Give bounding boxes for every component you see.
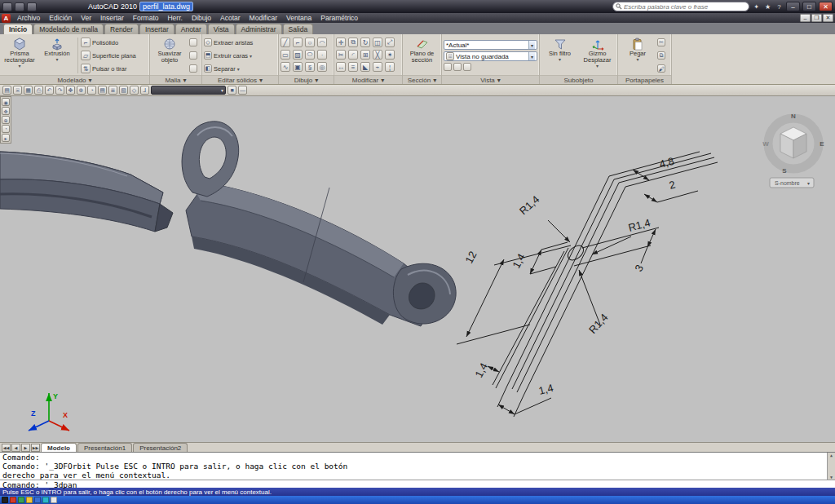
redo-icon[interactable]: ↷	[55, 86, 64, 95]
copy-icon[interactable]: ⧉	[348, 38, 358, 47]
mirror-icon[interactable]: ◫	[373, 38, 382, 47]
linetype-icon[interactable]: ―	[238, 86, 247, 95]
tab-presentacion2[interactable]: Presentación2	[133, 443, 188, 452]
superficie-plana-button[interactable]: ▱ Superficie plana	[81, 51, 136, 60]
osnap-icon[interactable]: ◇	[130, 86, 139, 95]
mesh-crease-icon[interactable]	[189, 51, 197, 60]
autocad-logo-icon[interactable]: A	[2, 14, 11, 23]
doc-restore-button[interactable]: ❐	[811, 14, 822, 22]
tab-modelo[interactable]: Modelo	[41, 443, 77, 452]
tab-salida[interactable]: Salida	[283, 24, 314, 34]
taskbar-app-icon[interactable]	[34, 497, 41, 503]
view-back-icon[interactable]	[463, 63, 471, 71]
rectangle-icon[interactable]: ▭	[281, 50, 290, 60]
tab-render[interactable]: Render	[104, 24, 139, 34]
hatch-icon[interactable]: ▨	[293, 50, 303, 60]
region-icon[interactable]: ▣	[293, 62, 303, 72]
panel-label-seccion[interactable]: Sección ▾	[403, 75, 441, 84]
command-scrollbar[interactable]: ▲▼	[827, 453, 835, 480]
line-icon[interactable]: ╱	[281, 38, 290, 47]
zoom-tool-icon[interactable]: ⊕	[2, 116, 10, 124]
tab-presentacion1[interactable]: Presentación1	[77, 443, 132, 452]
next-tab-icon[interactable]: ▶	[21, 444, 30, 452]
extraer-aristas-button[interactable]: ◇ Extraer aristas	[204, 38, 253, 46]
polisolido-button[interactable]: ⌐ Polisólido	[81, 38, 136, 47]
polyline-icon[interactable]: ⌐	[293, 38, 303, 47]
fillet-icon[interactable]: ◜	[348, 50, 358, 60]
extruir-caras-button[interactable]: ⬒ Extruir caras ▾	[204, 51, 252, 60]
favorites-star-icon[interactable]: ★	[763, 2, 772, 11]
menu-ver[interactable]: Ver	[77, 14, 95, 22]
join-icon[interactable]: ⌁	[373, 62, 382, 72]
open-file-icon[interactable]	[15, 2, 24, 11]
properties-icon[interactable]: ▤	[98, 86, 107, 95]
offset-icon[interactable]: ≡	[348, 62, 358, 72]
pan-tool-icon[interactable]: ✥	[2, 107, 10, 115]
new-view-icon[interactable]	[453, 63, 462, 71]
last-tab-icon[interactable]: ▶▶	[31, 444, 40, 452]
donut-icon[interactable]: ◎	[317, 62, 327, 72]
menu-edicion[interactable]: Edición	[45, 14, 76, 22]
layers-icon[interactable]: ≣	[108, 86, 117, 95]
sin-filtro-button[interactable]: Sin filtro ▾	[542, 36, 578, 75]
view-manager-icon[interactable]	[444, 63, 452, 71]
steeringwheel-icon[interactable]: ◉	[2, 98, 10, 106]
menu-modificar[interactable]: Modificar	[245, 14, 281, 22]
command-window[interactable]: Comando: Comando: '_3DFOrbit Pulse ESC o…	[0, 452, 835, 488]
panel-label-modelado[interactable]: Modelado ▾	[0, 75, 149, 84]
qnew-icon[interactable]: ▤	[2, 86, 11, 95]
menu-acotar[interactable]: Acotar	[216, 14, 245, 22]
pegar-button[interactable]: Pegar ▾	[620, 36, 656, 75]
save-file-icon[interactable]	[27, 2, 37, 11]
helix-icon[interactable]: §	[305, 62, 315, 72]
ellipse-icon[interactable]: ⬭	[305, 50, 315, 60]
tab-modelado-de-malla[interactable]: Modelado de malla	[33, 24, 104, 34]
prisma-rectangular-button[interactable]: Prisma rectangular ▾	[2, 36, 38, 75]
taskbar-app-icon[interactable]	[42, 497, 49, 503]
tab-anotar[interactable]: Anotar	[175, 24, 207, 34]
menu-ventana[interactable]: Ventana	[282, 14, 316, 22]
break-icon[interactable]: ¦	[385, 62, 395, 72]
taskbar-app-icon[interactable]	[26, 497, 33, 503]
layer-properties-icon[interactable]: ▧	[119, 86, 128, 95]
trim-icon[interactable]: ✂	[336, 50, 346, 60]
menu-insertar[interactable]: Insertar	[96, 14, 128, 22]
doc-close-button[interactable]: ✕	[823, 14, 833, 22]
viewcube-south[interactable]: S	[782, 167, 787, 175]
first-tab-icon[interactable]: ◀◀	[2, 444, 11, 452]
gizmo-desplazar-button[interactable]: Gizmo Desplazar ▾	[580, 36, 616, 75]
panel-label-portapapeles[interactable]: Portapapeles	[618, 75, 671, 84]
undo-icon[interactable]: ↶	[45, 86, 54, 95]
viewcube-west[interactable]: W	[762, 140, 769, 148]
model-3d-band[interactable]	[182, 122, 456, 326]
menu-archivo[interactable]: Archivo	[13, 14, 44, 22]
open-icon[interactable]: ⌸	[13, 86, 22, 95]
zoom-realtime-icon[interactable]: ⊕	[77, 86, 86, 95]
viewcube[interactable]: N E S W S-nombre ▾	[762, 113, 824, 188]
panel-label-malla[interactable]: Malla ▾	[150, 75, 201, 84]
panel-label-editar-solidos[interactable]: Editar sólidos ▾	[202, 75, 278, 84]
taskbar-app-icon[interactable]	[51, 497, 57, 503]
separar-button[interactable]: ◧ Separar ▾	[204, 64, 240, 73]
chamfer-icon[interactable]: ◣	[360, 62, 370, 72]
plot-icon[interactable]: ⎙	[34, 86, 43, 95]
mesh-refine-icon[interactable]	[189, 38, 197, 46]
move-icon[interactable]: ✛	[336, 38, 346, 47]
panel-label-dibujo[interactable]: Dibujo ▾	[279, 75, 334, 84]
plano-de-seccion-button[interactable]: Plano de sección	[404, 36, 440, 75]
save-icon[interactable]: ▦	[24, 86, 33, 95]
new-file-icon[interactable]	[2, 2, 12, 11]
extrusion-button[interactable]: Extrusión ▾	[39, 36, 75, 75]
panel-label-vista[interactable]: Vista ▾	[442, 75, 539, 84]
satellite-icon[interactable]: ✦	[752, 2, 761, 11]
erase-icon[interactable]: ╳	[373, 50, 382, 60]
mesh-options-icon[interactable]	[189, 64, 197, 73]
arc-icon[interactable]: ◠	[317, 38, 327, 47]
showmotion-icon[interactable]: ▸	[2, 134, 10, 142]
point-icon[interactable]: ·	[317, 50, 327, 60]
explode-icon[interactable]: ✶	[385, 50, 395, 60]
command-input[interactable]: Comando: '_3dpan	[0, 480, 835, 489]
tab-inicio[interactable]: Inicio	[3, 24, 33, 34]
orbit-icon[interactable]: ◔	[87, 86, 96, 95]
search-input[interactable]	[624, 3, 746, 11]
